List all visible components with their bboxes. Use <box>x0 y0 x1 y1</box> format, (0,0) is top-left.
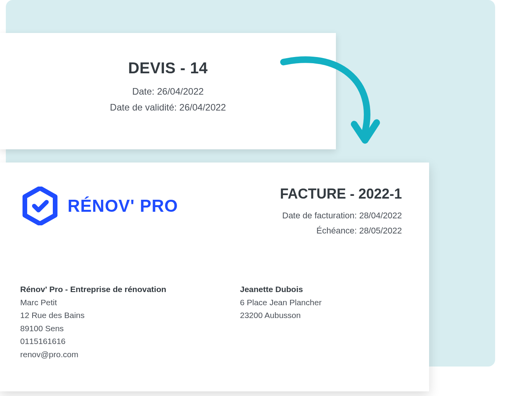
client-address-block: Jeanette Dubois 6 Place Jean Plancher 23… <box>240 283 322 322</box>
facture-title: FACTURE - 2022-1 <box>280 186 402 202</box>
company-city: 89100 Sens <box>20 322 166 335</box>
client-city: 23200 Aubusson <box>240 309 322 322</box>
facture-due-label: Échéance: <box>316 226 357 235</box>
logo-text: RÉNOV' PRO <box>68 196 178 216</box>
company-address-block: Rénov' Pro - Entreprise de rénovation Ma… <box>20 283 166 361</box>
client-street: 6 Place Jean Plancher <box>240 296 322 309</box>
company-street: 12 Rue des Bains <box>20 309 166 322</box>
facture-billing-date-line: Date de facturation: 28/04/2022 <box>280 208 402 223</box>
arrow-icon <box>268 54 392 155</box>
company-contact: Marc Petit <box>20 296 166 309</box>
facture-due-value: 28/05/2022 <box>359 226 402 235</box>
facture-billing-date-value: 28/04/2022 <box>359 211 402 220</box>
devis-date-value: 26/04/2022 <box>157 86 203 97</box>
stage: DEVIS - 14 Date: 26/04/2022 Date de vali… <box>0 0 532 396</box>
company-email: renov@pro.com <box>20 348 166 361</box>
company-phone: 0115161616 <box>20 335 166 348</box>
facture-billing-date-label: Date de facturation: <box>282 211 357 220</box>
client-name: Jeanette Dubois <box>240 283 322 296</box>
devis-validity-label: Date de validité: <box>110 102 177 112</box>
hexagon-check-icon <box>23 187 57 225</box>
facture-header: FACTURE - 2022-1 Date de facturation: 28… <box>280 186 402 238</box>
devis-validity-value: 26/04/2022 <box>179 102 226 112</box>
company-name: Rénov' Pro - Entreprise de rénovation <box>20 283 166 296</box>
facture-card: RÉNOV' PRO FACTURE - 2022-1 Date de fact… <box>0 163 429 391</box>
company-logo: RÉNOV' PRO <box>23 187 178 225</box>
devis-date-label: Date: <box>132 86 154 97</box>
facture-due-line: Échéance: 28/05/2022 <box>280 223 402 239</box>
